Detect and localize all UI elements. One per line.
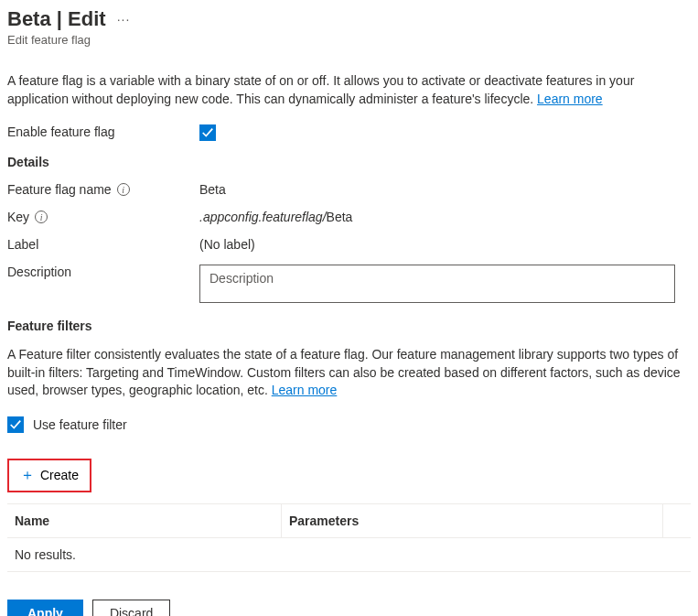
create-label: Create bbox=[40, 468, 79, 482]
table-empty: No results. bbox=[7, 538, 691, 571]
key-label: Key bbox=[7, 210, 29, 224]
plus-icon: ＋ bbox=[20, 466, 35, 485]
learn-more-link[interactable]: Learn more bbox=[537, 92, 603, 106]
col-actions bbox=[663, 504, 691, 537]
page-title: Beta | Edit bbox=[7, 7, 106, 31]
filters-paragraph: A Feature filter consistently evaluates … bbox=[7, 346, 691, 400]
enable-label: Enable feature flag bbox=[7, 124, 199, 139]
filters-heading: Feature filters bbox=[7, 319, 691, 333]
key-value: .appconfig.featureflag/Beta bbox=[199, 210, 691, 224]
info-icon[interactable]: i bbox=[117, 183, 130, 196]
name-label: Feature flag name bbox=[7, 182, 112, 197]
create-button[interactable]: ＋ Create bbox=[7, 459, 91, 492]
key-prefix: .appconfig.featureflag/ bbox=[199, 210, 327, 224]
label-label: Label bbox=[7, 237, 199, 252]
filters-text: A Feature filter consistently evaluates … bbox=[7, 347, 681, 397]
details-heading: Details bbox=[7, 155, 691, 169]
intro-paragraph: A feature flag is a variable with a bina… bbox=[7, 72, 691, 108]
name-value: Beta bbox=[199, 182, 691, 197]
filters-table: Name Parameters No results. bbox=[7, 503, 691, 572]
table-header: Name Parameters bbox=[7, 504, 691, 538]
discard-button[interactable]: Discard bbox=[92, 600, 170, 616]
learn-more-link[interactable]: Learn more bbox=[272, 383, 338, 397]
col-params[interactable]: Parameters bbox=[282, 504, 663, 537]
key-name: Beta bbox=[327, 210, 353, 224]
more-icon[interactable]: ··· bbox=[117, 12, 131, 27]
col-name[interactable]: Name bbox=[7, 504, 282, 537]
page-subtitle: Edit feature flag bbox=[7, 33, 691, 47]
description-label: Description bbox=[7, 265, 199, 279]
use-filter-checkbox[interactable] bbox=[7, 416, 24, 433]
check-icon bbox=[201, 126, 214, 139]
check-icon bbox=[9, 418, 22, 431]
label-value: (No label) bbox=[199, 237, 691, 252]
use-filter-label: Use feature filter bbox=[33, 417, 127, 432]
apply-button[interactable]: Apply bbox=[7, 600, 83, 616]
description-input[interactable] bbox=[199, 265, 675, 303]
enable-checkbox[interactable] bbox=[199, 124, 216, 141]
info-icon[interactable]: i bbox=[35, 211, 48, 223]
